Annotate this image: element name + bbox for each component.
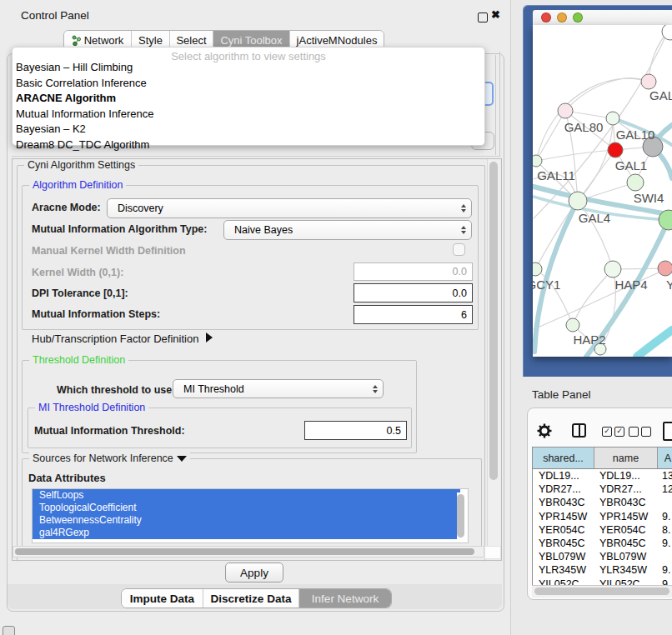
list-scrollbar[interactable] — [457, 492, 465, 539]
network-node[interactable] — [658, 261, 672, 276]
network-node[interactable] — [627, 174, 644, 191]
mi-threshold-input[interactable]: 0.5 — [304, 421, 407, 440]
minimized-panel-icon[interactable] — [3, 626, 15, 635]
which-threshold-select[interactable]: MI Threshold — [173, 379, 384, 398]
algorithm-option[interactable]: ARACNE Algorithm — [16, 92, 116, 104]
table-row[interactable]: YER054CYER054C8. — [533, 523, 672, 537]
network-edge[interactable] — [637, 330, 672, 357]
network-icon — [72, 35, 81, 46]
algorithm-definition-title: Algorithm Definition — [29, 179, 126, 191]
network-node[interactable] — [608, 142, 623, 158]
group-border-fragment — [499, 52, 500, 157]
table-cell: YPR145W — [594, 511, 658, 522]
algorithm-option[interactable]: Bayesian – K2 — [16, 122, 86, 135]
algorithm-option[interactable]: Basic Correlation Inference — [16, 77, 147, 89]
gear-icon[interactable] — [537, 423, 552, 438]
table-row[interactable]: YLR345WYLR345W9. — [533, 563, 672, 577]
column-header[interactable]: name — [594, 448, 658, 468]
network-edge[interactable] — [573, 269, 613, 325]
clear-all-checks-icon[interactable] — [629, 427, 651, 437]
table-cell: YDR27... — [533, 483, 594, 495]
list-item[interactable]: gal4RGexp — [33, 527, 460, 539]
mi-threshold-title: MI Threshold Definition — [35, 402, 148, 413]
table-cell: YDR27... — [594, 483, 658, 495]
apply-button[interactable]: Apply — [225, 562, 283, 582]
table-cell: YIL052C — [533, 578, 594, 585]
table-row[interactable]: YDR27...YDR27...12 — [533, 482, 672, 496]
column-header[interactable]: A — [658, 448, 672, 468]
expander-arrow-icon[interactable] — [206, 332, 213, 342]
collapse-arrow-icon[interactable] — [177, 456, 187, 462]
manual-kernel-checkbox[interactable] — [453, 243, 465, 256]
network-node[interactable] — [641, 74, 656, 89]
kernel-width-input[interactable]: 0.0 — [354, 262, 473, 281]
mi-steps-input[interactable]: 6 — [354, 305, 473, 324]
control-panel-title: Control Panel — [21, 9, 89, 22]
network-canvas[interactable]: GALGAL80GAL10GAL1GAL11SWI4GAL4GCY1HAP4YH… — [533, 25, 672, 357]
float-window-icon[interactable] — [478, 12, 488, 22]
algorithm-option[interactable]: Mutual Information Inference — [16, 108, 153, 120]
table-row[interactable]: YPR145WYPR145W9. — [533, 510, 672, 523]
tab-discretize-data[interactable]: Discretize Data — [203, 589, 299, 608]
which-threshold-value: MI Threshold — [183, 383, 244, 395]
algorithm-option[interactable]: Dream8 DC_TDC Algorithm — [16, 138, 149, 151]
close-button[interactable] — [541, 12, 551, 22]
algorithm-option[interactable]: Bayesian – Hill Climbing — [16, 61, 133, 73]
tab-label: Style — [138, 34, 163, 47]
node-table[interactable]: shared...nameA YDL19...YDL19...13YDR27..… — [532, 447, 672, 585]
table-row[interactable]: YIL052CYIL052C9 — [533, 578, 672, 586]
network-node[interactable] — [566, 318, 579, 332]
network-edge[interactable] — [565, 78, 649, 111]
document-icon[interactable] — [663, 422, 672, 441]
hub-definition-expander[interactable]: Hub/Transcription Factor Definition — [32, 332, 198, 345]
table-cell: YBR045C — [594, 538, 658, 549]
minimize-button[interactable] — [557, 12, 567, 22]
network-edge[interactable] — [534, 267, 672, 329]
mi-type-value: Naive Bayes — [234, 224, 293, 236]
dpi-tolerance-input[interactable]: 0.0 — [354, 283, 473, 302]
table-cell: YDL19... — [533, 470, 594, 482]
tab-label: Select — [176, 34, 206, 47]
tab-impute-data[interactable]: Impute Data — [122, 589, 203, 608]
sources-title[interactable]: Sources for Network Inference — [29, 452, 190, 464]
column-header[interactable]: shared... — [533, 448, 594, 468]
column-layout-icon[interactable] — [572, 423, 586, 438]
network-node[interactable] — [604, 261, 621, 278]
table-row[interactable]: YDL19...YDL19...13 — [533, 469, 672, 482]
network-window-titlebar[interactable] — [533, 10, 672, 26]
vertical-scrollbar[interactable] — [487, 159, 500, 546]
table-cell: YBR043C — [533, 497, 594, 508]
threshold-definition-title: Threshold Definition — [29, 354, 128, 366]
mi-type-select[interactable]: Naive Bayes — [223, 220, 472, 240]
tab-infer-network[interactable]: Infer Network — [299, 589, 391, 608]
zoom-button[interactable] — [573, 12, 583, 22]
node-label: HAP2 — [573, 332, 605, 347]
network-edge[interactable] — [536, 111, 565, 161]
list-item[interactable]: BetweennessCentrality — [33, 514, 460, 527]
horizontal-scrollbar[interactable] — [13, 546, 484, 558]
table-cell: YBL079W — [533, 551, 594, 562]
spinner-arrows-icon — [461, 204, 466, 212]
table-row[interactable]: YBR043CYBR043C — [533, 496, 672, 509]
network-node[interactable] — [569, 192, 587, 210]
network-edge[interactable] — [536, 150, 615, 161]
close-icon[interactable]: ✖ — [491, 8, 500, 21]
node-label: GCY1 — [533, 278, 560, 292]
select-all-checks-icon[interactable]: ✓✓ — [602, 427, 624, 437]
node-label: GAL4 — [579, 211, 610, 225]
network-node[interactable] — [533, 155, 542, 167]
table-row[interactable]: YBR045CYBR045C9. — [533, 537, 672, 550]
aracne-mode-select[interactable]: Discovery — [107, 198, 472, 218]
table-row[interactable]: YBL079WYBL079W — [533, 550, 672, 563]
network-node[interactable] — [606, 112, 619, 125]
list-item[interactable]: TopologicalCoefficient — [33, 502, 460, 514]
network-node[interactable] — [558, 103, 573, 118]
network-edge[interactable] — [649, 32, 668, 82]
data-attributes-list[interactable]: SelfLoopsTopologicalCoefficientBetweenne… — [32, 488, 469, 543]
list-item[interactable]: SelfLoops — [33, 489, 460, 502]
network-node[interactable] — [533, 262, 542, 276]
node-label: GAL10 — [616, 128, 655, 142]
table-horizontal-scrollbar[interactable] — [532, 585, 672, 598]
manual-kernel-label: Manual Kernel Width Definition — [32, 245, 186, 257]
screen: Control Panel ✖ NetworkStyleSelectCyni T… — [0, 0, 672, 635]
